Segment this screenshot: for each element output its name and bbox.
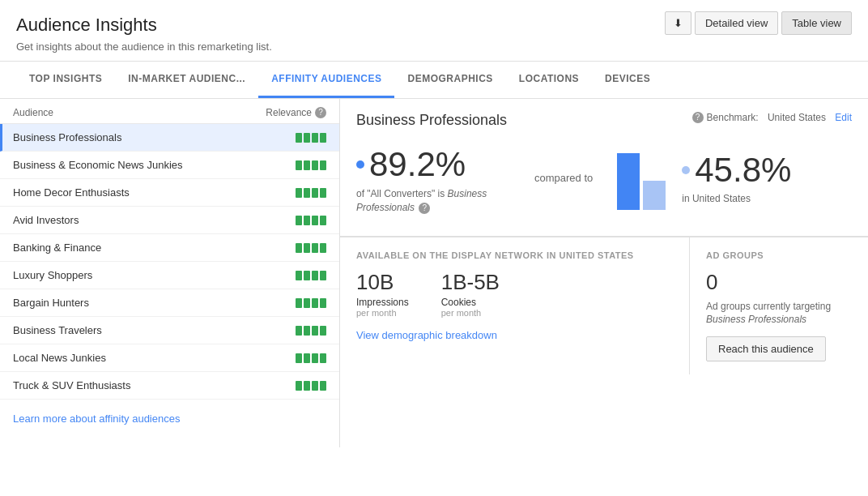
download-button[interactable]: ⬇ — [665, 11, 691, 35]
list-item[interactable]: Avid Investors — [0, 207, 339, 234]
cookies-label: Cookies — [441, 297, 500, 308]
audience-list: Business ProfessionalsBusiness & Economi… — [0, 124, 339, 400]
audience-name: Business & Economic News Junkies — [13, 159, 183, 171]
impressions-sub: per month — [356, 308, 409, 318]
toolbar: ⬇ Detailed view Table view — [665, 11, 852, 35]
page-subtitle: Get insights about the audience in this … — [16, 41, 852, 53]
cookies-sub: per month — [441, 308, 500, 318]
stats-row: 89.2% of "All Converters" is Business Pr… — [356, 129, 852, 223]
relevance-bars — [296, 188, 326, 198]
list-item[interactable]: Luxury Shoppers — [0, 262, 339, 289]
audience-name: Truck & SUV Enthusiasts — [13, 379, 130, 391]
right-middle: AVAILABLE ON THE DISPLAY NETWORK IN UNIT… — [340, 237, 868, 375]
relevance-bars — [296, 133, 326, 143]
tabs-nav: TOP INSIGHTS IN-MARKET AUDIENC... AFFINI… — [0, 62, 868, 99]
compare-dot — [682, 166, 690, 174]
list-header-audience-label: Audience — [13, 107, 53, 118]
audience-name: Business Travelers — [13, 324, 102, 336]
ad-groups-desc: Ad groups currently targeting Business P… — [706, 300, 852, 327]
view-demo-link[interactable]: View demographic breakdown — [356, 329, 497, 341]
audience-name: Business Professionals — [13, 131, 121, 143]
cookies-value: 1B-5B — [441, 270, 500, 295]
relevance-bars — [296, 216, 326, 225]
main-percent-value: 89.2% — [356, 145, 534, 184]
relevance-bars — [296, 353, 326, 363]
tab-devices[interactable]: DEVICES — [592, 62, 663, 98]
ad-groups-label: AD GROUPS — [706, 250, 852, 260]
display-network-label: AVAILABLE ON THE DISPLAY NETWORK IN UNIT… — [356, 250, 673, 260]
ad-groups-count: 0 — [706, 270, 852, 295]
list-header-relevance-label: Relevance ? — [266, 107, 326, 118]
compare-label: in United States — [682, 193, 791, 204]
tab-locations[interactable]: LOCATIONS — [506, 62, 592, 98]
detail-top: Business Professionals ? Benchmark: Unit… — [340, 99, 868, 237]
compared-to-label: compared to — [534, 172, 593, 184]
audience-name: Luxury Shoppers — [13, 269, 92, 281]
audience-name: Avid Investors — [13, 214, 79, 226]
relevance-bars — [296, 160, 326, 170]
list-item[interactable]: Business & Economic News Junkies — [0, 152, 339, 179]
display-network-section: AVAILABLE ON THE DISPLAY NETWORK IN UNIT… — [340, 237, 690, 375]
relevance-bars — [296, 326, 326, 336]
list-item[interactable]: Banking & Finance — [0, 234, 339, 262]
metrics-row: 10B Impressions per month 1B-5B Cookies … — [356, 270, 673, 318]
cookies-metric: 1B-5B Cookies per month — [441, 270, 500, 318]
list-header: Audience Relevance ? — [0, 99, 339, 124]
bar-light — [643, 181, 666, 210]
compare-stat: 45.8% in United States — [682, 151, 791, 204]
bar-col-compare — [643, 181, 666, 210]
benchmark-info: ? Benchmark: United States Edit — [692, 112, 852, 123]
main-content: Audience Relevance ? Business Profession… — [0, 99, 868, 447]
list-item[interactable]: Home Decor Enthusiasts — [0, 179, 339, 207]
main-stat: 89.2% of "All Converters" is Business Pr… — [356, 145, 534, 215]
compared-section: compared to 45.8% — [534, 145, 791, 210]
impressions-value: 10B — [356, 270, 409, 295]
tab-in-market[interactable]: IN-MARKET AUDIENC... — [115, 62, 258, 98]
main-dot — [356, 160, 364, 169]
audience-name: Local News Junkies — [13, 352, 106, 364]
relevance-bars — [296, 243, 326, 253]
audience-list-panel: Audience Relevance ? Business Profession… — [0, 99, 340, 447]
list-item[interactable]: Business Travelers — [0, 317, 339, 344]
bar-col-main — [617, 153, 640, 210]
bar-dark — [617, 153, 640, 210]
compare-percent-value: 45.8% — [682, 151, 791, 190]
relevance-bars — [296, 271, 326, 280]
ad-groups-section: AD GROUPS 0 Ad groups currently targetin… — [690, 237, 868, 375]
impressions-label: Impressions — [356, 297, 409, 308]
detail-header-row: Business Professionals ? Benchmark: Unit… — [356, 112, 852, 129]
main-percent-label: of "All Converters" is Business Professi… — [356, 187, 502, 215]
list-item[interactable]: Local News Junkies — [0, 344, 339, 372]
tab-affinity[interactable]: AFFINITY AUDIENCES — [258, 62, 394, 98]
table-view-button[interactable]: Table view — [781, 11, 852, 35]
learn-more-link[interactable]: Learn more about affinity audiences — [0, 400, 339, 438]
detail-title: Business Professionals — [356, 112, 507, 129]
list-item[interactable]: Truck & SUV Enthusiasts — [0, 372, 339, 400]
audience-name: Bargain Hunters — [13, 297, 89, 309]
detail-panel: Business Professionals ? Benchmark: Unit… — [340, 99, 868, 447]
relevance-bars — [296, 381, 326, 391]
impressions-metric: 10B Impressions per month — [356, 270, 409, 318]
audience-name: Banking & Finance — [13, 242, 101, 254]
benchmark-help-icon[interactable]: ? — [692, 112, 704, 123]
relevance-bars — [296, 298, 326, 308]
comparison-bar-chart — [617, 145, 666, 210]
audience-name: Home Decor Enthusiasts — [13, 186, 130, 199]
list-item[interactable]: Bargain Hunters — [0, 289, 339, 317]
relevance-help-icon[interactable]: ? — [315, 107, 326, 118]
benchmark-edit-link[interactable]: Edit — [835, 112, 852, 123]
stat-help-icon[interactable]: ? — [419, 203, 430, 214]
tab-demographics[interactable]: DEMOGRAPHICS — [394, 62, 505, 98]
list-item[interactable]: Business Professionals — [0, 124, 339, 152]
reach-audience-button[interactable]: Reach this audience — [706, 336, 826, 361]
detailed-view-button[interactable]: Detailed view — [695, 11, 778, 35]
tab-top-insights[interactable]: TOP INSIGHTS — [16, 62, 115, 98]
